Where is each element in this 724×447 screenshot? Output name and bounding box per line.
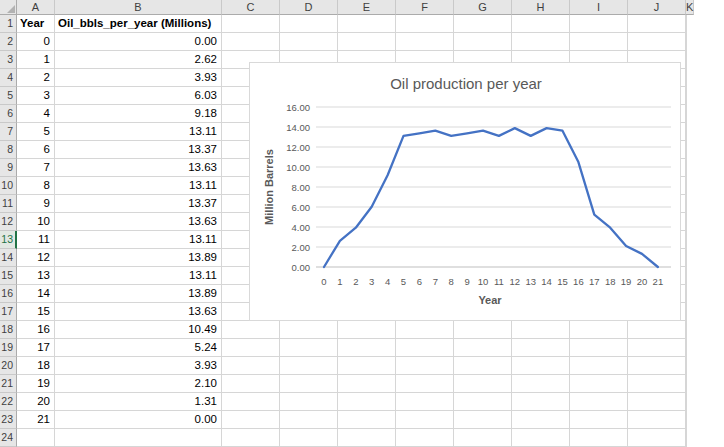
cell-G23[interactable]	[454, 411, 512, 429]
cell-B16[interactable]: 13.89	[55, 285, 222, 303]
cell-K7[interactable]	[686, 123, 687, 141]
row-header-8[interactable]: 8	[0, 141, 17, 159]
cell-A5[interactable]: 3	[17, 87, 55, 105]
row-header-2[interactable]: 2	[0, 33, 17, 51]
cell-K11[interactable]	[686, 195, 687, 213]
cell-B19[interactable]: 5.24	[55, 339, 222, 357]
cell-D20[interactable]	[280, 357, 338, 375]
column-header-E[interactable]: E	[338, 0, 396, 15]
row-header-9[interactable]: 9	[0, 159, 17, 177]
cell-G2[interactable]	[454, 33, 512, 51]
cell-K23[interactable]	[686, 411, 687, 429]
cell-I20[interactable]	[570, 357, 628, 375]
column-header-C[interactable]: C	[222, 0, 280, 15]
cell-C24[interactable]	[222, 429, 280, 447]
row-header-3[interactable]: 3	[0, 51, 17, 69]
cell-K8[interactable]	[686, 141, 687, 159]
cell-A7[interactable]: 5	[17, 123, 55, 141]
cell-B13[interactable]: 13.11	[55, 231, 222, 249]
cell-J1[interactable]	[628, 15, 686, 33]
cell-H20[interactable]	[512, 357, 570, 375]
row-header-22[interactable]: 22	[0, 393, 17, 411]
cell-B11[interactable]: 13.37	[55, 195, 222, 213]
cell-F1[interactable]	[396, 15, 454, 33]
cell-I23[interactable]	[570, 411, 628, 429]
cell-K20[interactable]	[686, 357, 687, 375]
cell-I19[interactable]	[570, 339, 628, 357]
cell-F2[interactable]	[396, 33, 454, 51]
row-header-11[interactable]: 11	[0, 195, 17, 213]
cell-A14[interactable]: 12	[17, 249, 55, 267]
cell-D24[interactable]	[280, 429, 338, 447]
cell-K24[interactable]	[686, 429, 687, 447]
cell-J20[interactable]	[628, 357, 686, 375]
cell-K22[interactable]	[686, 393, 687, 411]
column-header-B[interactable]: B	[55, 0, 222, 15]
cell-K16[interactable]	[686, 285, 687, 303]
cell-D1[interactable]	[280, 15, 338, 33]
row-header-12[interactable]: 12	[0, 213, 17, 231]
column-header-G[interactable]: G	[454, 0, 512, 15]
row-header-7[interactable]: 7	[0, 123, 17, 141]
cell-H2[interactable]	[512, 33, 570, 51]
cell-A10[interactable]: 8	[17, 177, 55, 195]
cell-K4[interactable]	[686, 69, 687, 87]
cell-D23[interactable]	[280, 411, 338, 429]
cell-K14[interactable]	[686, 249, 687, 267]
cell-B24[interactable]	[55, 429, 222, 447]
cell-B8[interactable]: 13.37	[55, 141, 222, 159]
cell-J22[interactable]	[628, 393, 686, 411]
cell-J23[interactable]	[628, 411, 686, 429]
cell-B9[interactable]: 13.63	[55, 159, 222, 177]
cell-A18[interactable]: 16	[17, 321, 55, 339]
cell-K1[interactable]	[686, 15, 687, 33]
cell-D19[interactable]	[280, 339, 338, 357]
cell-B14[interactable]: 13.89	[55, 249, 222, 267]
row-header-17[interactable]: 17	[0, 303, 17, 321]
cell-B7[interactable]: 13.11	[55, 123, 222, 141]
cell-A6[interactable]: 4	[17, 105, 55, 123]
cell-B22[interactable]: 1.31	[55, 393, 222, 411]
cell-B20[interactable]: 3.93	[55, 357, 222, 375]
cell-C22[interactable]	[222, 393, 280, 411]
cell-B15[interactable]: 13.11	[55, 267, 222, 285]
cell-K18[interactable]	[686, 321, 687, 339]
cell-A12[interactable]: 10	[17, 213, 55, 231]
cell-H1[interactable]	[512, 15, 570, 33]
cell-B4[interactable]: 3.93	[55, 69, 222, 87]
cell-H21[interactable]	[512, 375, 570, 393]
cell-I21[interactable]	[570, 375, 628, 393]
cell-A24[interactable]	[17, 429, 55, 447]
cell-D21[interactable]	[280, 375, 338, 393]
column-header-F[interactable]: F	[396, 0, 454, 15]
cell-I18[interactable]	[570, 321, 628, 339]
column-header-I[interactable]: I	[570, 0, 628, 15]
row-header-23[interactable]: 23	[0, 411, 17, 429]
cell-C21[interactable]	[222, 375, 280, 393]
row-header-18[interactable]: 18	[0, 321, 17, 339]
cell-H19[interactable]	[512, 339, 570, 357]
cell-D22[interactable]	[280, 393, 338, 411]
cell-G1[interactable]	[454, 15, 512, 33]
row-header-1[interactable]: 1	[0, 15, 17, 33]
column-header-A[interactable]: A	[17, 0, 55, 15]
cell-E18[interactable]	[338, 321, 396, 339]
column-header-D[interactable]: D	[280, 0, 338, 15]
cell-J21[interactable]	[628, 375, 686, 393]
column-header-H[interactable]: H	[512, 0, 570, 15]
cell-B2[interactable]: 0.00	[55, 33, 222, 51]
row-header-21[interactable]: 21	[0, 375, 17, 393]
cell-I22[interactable]	[570, 393, 628, 411]
cell-A3[interactable]: 1	[17, 51, 55, 69]
cell-B5[interactable]: 6.03	[55, 87, 222, 105]
cell-A2[interactable]: 0	[17, 33, 55, 51]
cell-F22[interactable]	[396, 393, 454, 411]
cell-H24[interactable]	[512, 429, 570, 447]
cell-E1[interactable]	[338, 15, 396, 33]
cell-F19[interactable]	[396, 339, 454, 357]
cell-E19[interactable]	[338, 339, 396, 357]
row-header-14[interactable]: 14	[0, 249, 17, 267]
column-header-J[interactable]: J	[628, 0, 686, 15]
cell-C1[interactable]	[222, 15, 280, 33]
cell-B3[interactable]: 2.62	[55, 51, 222, 69]
